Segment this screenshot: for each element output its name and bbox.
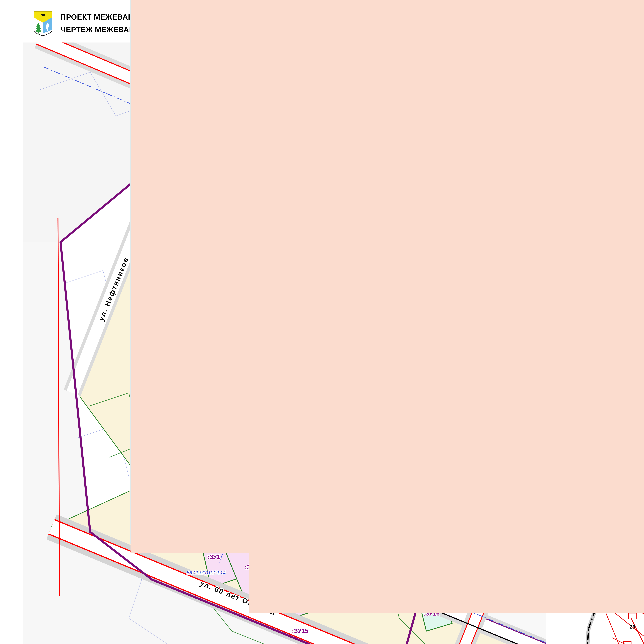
map-label: 86:11:0101012:14 xyxy=(187,570,226,575)
city-coat-of-arms xyxy=(33,11,53,36)
map-label: :ЗУ15 xyxy=(292,628,308,634)
map-label: :ЗУ1 xyxy=(207,553,220,560)
map-label: 28 xyxy=(630,624,635,630)
quarter-name-chip: 9А+Центральный xyxy=(249,0,644,613)
drawing-sheet: ПРОЕКТ МЕЖЕВАНИЯ ТЕРРИТОРИИ ПЛАНИРОВОЧНО… xyxy=(0,0,644,644)
